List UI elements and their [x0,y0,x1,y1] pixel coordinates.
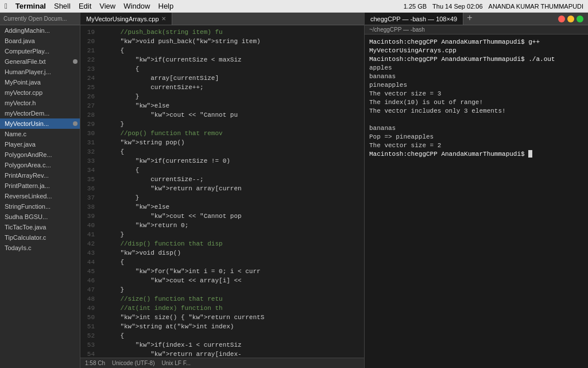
file-item[interactable]: TicTacToe.java [0,222,80,232]
file-item[interactable]: StringFunction... [0,201,80,212]
code-line: { [100,166,364,175]
code-line: { [100,258,364,267]
maximize-button[interactable] [577,16,583,22]
menubar:  Terminal Shell Edit View Window Help 1… [0,0,588,13]
line-number: 26 [80,92,98,101]
file-list: AddingMachin...Board.javaComputerPlay...… [0,25,80,368]
line-number: 24 [80,74,98,83]
traffic-lights [554,16,588,22]
file-item[interactable]: myVectorDem... [0,108,80,118]
line-numbers: 1920212223242526272829303132333435363738… [80,25,100,358]
code-line: "kw">for("kw">int i = 0; i < curr [100,267,364,276]
line-number: 39 [80,212,98,221]
code-line: } [100,230,364,239]
file-item[interactable]: AddingMachin... [0,25,80,36]
terminal-path-bar: ~/cheggCPP — -bash [365,25,588,34]
line-ending: Unix LF F... [162,360,191,366]
file-item[interactable]: Player.java [0,139,80,150]
apple-menu[interactable]:  [5,2,7,10]
line-number: 31 [80,138,98,147]
modified-indicator [73,59,78,64]
file-item[interactable]: TodayIs.c [0,243,80,253]
line-number: 46 [80,276,98,285]
code-line: "kw">cout << array[i] << [100,276,364,285]
line-number: 29 [80,120,98,129]
file-item[interactable]: PolygonAndRe... [0,150,80,160]
code-line: } [100,193,364,202]
line-number: 50 [80,313,98,322]
code-line: "kw">void disp() [100,248,364,258]
file-item[interactable]: MyPoint.java [0,77,80,87]
line-number: 22 [80,55,98,64]
file-item[interactable]: ComputerPlay... [0,46,80,56]
line-number: 32 [80,147,98,156]
editor-tab-label: MyVectorUsingArrays.cpp [86,16,159,22]
menu-view[interactable]: View [99,2,115,10]
file-item[interactable]: Sudha BGSU... [0,212,80,222]
menu-shell[interactable]: Shell [54,2,71,10]
menu-help[interactable]: Help [158,2,174,10]
terminal-panel: cheggCPP — -bash — 108×49 + ~/cheggCPP —… [364,13,588,368]
code-line: "kw">return array[index- [100,350,364,358]
line-number: 49 [80,304,98,313]
line-number: 45 [80,267,98,276]
file-item[interactable]: TipCalculator.c [0,232,80,243]
terminal-tab[interactable]: cheggCPP — -bash — 108×49 [365,13,463,25]
file-item[interactable]: myVector.cpp [0,87,80,98]
code-line: "kw">else [100,101,364,110]
code-line: "kw">void push_back("kw">string item) [100,37,364,46]
line-number: 25 [80,83,98,92]
file-item[interactable]: ReverseLinked... [0,191,80,201]
line-number: 30 [80,129,98,138]
file-item[interactable]: PrintPattern.ja... [0,181,80,191]
modified-indicator [73,121,78,126]
file-item[interactable]: PrintArrayRev... [0,170,80,181]
line-number: 28 [80,110,98,120]
terminal-line: The vector includes only 3 elements! [369,107,583,116]
line-number: 42 [80,239,98,248]
terminal-window-controls [554,13,588,25]
menu-window[interactable]: Window [123,2,150,10]
memory-indicator: 1.25 GB [404,3,427,10]
clock: Thu 14 Sep 02:06 [432,3,482,10]
close-button[interactable] [558,16,565,22]
file-item[interactable]: GeneralFile.txt [0,56,80,67]
tab-close-icon[interactable]: ✕ [161,16,166,22]
editor-tab-active[interactable]: MyVectorUsingArrays.cpp ✕ [80,13,172,25]
line-number: 43 [80,248,98,258]
code-line: //at(int index) function th [100,304,364,313]
code-area[interactable]: //push_back(string item) fu "kw">void pu… [100,25,364,358]
file-item[interactable]: HumanPlayer.j... [0,67,80,77]
file-item[interactable]: myVector.h [0,98,80,108]
code-line: "kw">cout << "Cannot pop [100,212,364,221]
code-line: "kw">string pop() [100,138,364,147]
code-line: currentSize++; [100,83,364,92]
menu-edit[interactable]: Edit [79,2,91,10]
menubar-right: 1.25 GB Thu 14 Sep 02:06 ANANDA KUMAR TH… [404,0,583,13]
code-line: "kw">cout << "Cannot pu [100,110,364,120]
code-line: "kw">else [100,202,364,212]
line-number: 44 [80,258,98,267]
new-tab-button[interactable]: + [463,13,475,25]
terminal-tab-title: cheggCPP — -bash — 108×49 [370,16,457,22]
minimize-button[interactable] [567,16,574,22]
terminal-line: bananas [369,72,583,81]
line-number: 38 [80,202,98,212]
editor-tab-bar: MyVectorUsingArrays.cpp ✕ [80,13,364,25]
code-line: //size() function that retu [100,294,364,304]
code-line: "kw">int size() { "kw">return currentS [100,313,364,322]
file-item[interactable]: MyVectorUsin... [0,118,80,129]
code-line: } [100,285,364,294]
menu-terminal[interactable]: Terminal [16,2,46,10]
terminal-content[interactable]: Macintosh:cheggCPP AnandaKumarThummapudi… [365,34,588,368]
file-item[interactable]: Board.java [0,36,80,46]
file-item[interactable]: Name.c [0,129,80,139]
terminal-line: Macintosh:cheggCPP AnandaKumarThummapudi… [369,55,583,64]
terminal-line: The vector size = 2 [369,141,583,150]
terminal-line: apples [369,64,583,72]
terminal-line [369,116,583,124]
code-line: } [100,120,364,129]
cursor [528,150,532,158]
file-item[interactable]: PolygonArea.c... [0,160,80,170]
line-number: 51 [80,322,98,331]
